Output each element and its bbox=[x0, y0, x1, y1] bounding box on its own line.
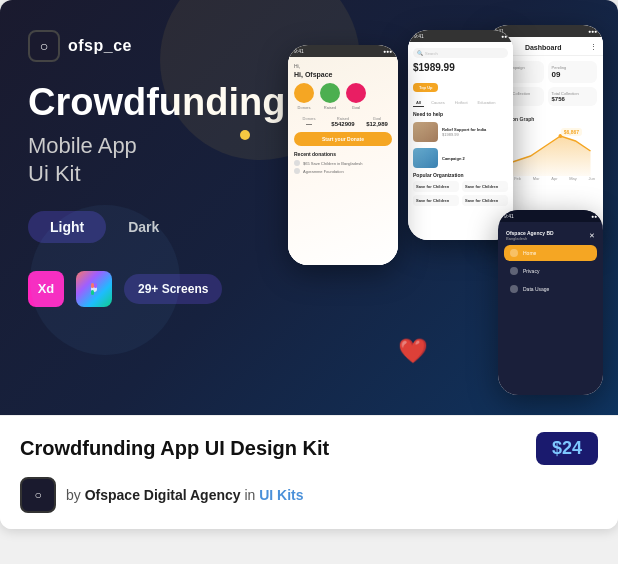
campaign-info-2: Campaign 2 bbox=[442, 156, 508, 161]
hero-headline: Crowdfunding bbox=[28, 82, 248, 124]
phone-topup-button[interactable]: Top Up bbox=[413, 83, 438, 92]
goal-icon bbox=[346, 83, 366, 103]
phone-main-content: Hi, Hi, Ofspace Donors Raised bbox=[288, 57, 398, 265]
campaign-img-1 bbox=[413, 122, 438, 142]
recent-text-2: Agoramme Foundation bbox=[303, 169, 344, 174]
org-name-1: Save for Children bbox=[416, 184, 456, 189]
privacy-nav-icon bbox=[510, 267, 518, 275]
phone-dark-signal: ●● bbox=[591, 213, 597, 219]
screens-badge: 29+ Screens bbox=[124, 274, 222, 304]
dark-nav-data[interactable]: Data Usage bbox=[504, 281, 597, 297]
dark-toggle-button[interactable]: Dark bbox=[106, 211, 181, 243]
brand-name: ofsp_ce bbox=[68, 37, 132, 55]
phone-main-screen: 9:41 ●●● Hi, Hi, Ofspace Donors bbox=[288, 45, 398, 265]
phone-time: 9:41 bbox=[294, 48, 304, 54]
graph-label-3: Mar bbox=[533, 176, 540, 181]
campaign-item-2: Campaign 2 bbox=[408, 146, 513, 170]
org-name-2: Save for Children bbox=[465, 184, 505, 189]
donors-label: Donors bbox=[298, 105, 311, 110]
phone-dark-nav: Home Privacy Data Usage bbox=[498, 245, 603, 395]
hero-section: ○ ofsp_ce Crowdfunding Mobile App Ui Kit… bbox=[0, 0, 618, 415]
org-item-2: Save for Children bbox=[462, 181, 508, 192]
recent-text-1: $65 Save Children in Bangladesh bbox=[303, 161, 362, 166]
stat-goal-value: $12,989 bbox=[362, 121, 392, 127]
stat-raised-value: $542909 bbox=[328, 121, 358, 127]
raised-label: Raised bbox=[324, 105, 336, 110]
need-help-title: Need to help bbox=[408, 111, 513, 117]
campaign-name-2: Campaign 2 bbox=[442, 156, 508, 161]
recent-dot-2 bbox=[294, 168, 300, 174]
phone-stat-goal: Goal $12,989 bbox=[362, 116, 392, 127]
phone-dark-header: Ofspace Agency BD Bangladesh ✕ bbox=[498, 222, 603, 245]
hero-subheadline: Mobile App Ui Kit bbox=[28, 132, 248, 189]
dark-close-icon[interactable]: ✕ bbox=[589, 232, 595, 240]
figma-icon bbox=[86, 281, 102, 297]
svg-rect-1 bbox=[91, 283, 94, 288]
phone-right-time: 9:41 bbox=[414, 33, 424, 39]
org-name-4: Save for Children bbox=[465, 198, 505, 203]
dash-stat-4: Total Collection $756 bbox=[548, 87, 598, 106]
tab-education[interactable]: Education bbox=[475, 99, 499, 107]
data-nav-icon bbox=[510, 285, 518, 293]
tab-all[interactable]: All bbox=[413, 99, 424, 107]
phone-stat-donors: Donors — bbox=[294, 116, 324, 127]
phone-status-bar: 9:41 ●●● bbox=[288, 45, 398, 57]
phone-avatar-raised: Raised bbox=[320, 83, 340, 110]
stat-donors-value: — bbox=[294, 121, 324, 127]
goal-label: Goal bbox=[352, 105, 360, 110]
recent-dot-1 bbox=[294, 160, 300, 166]
tab-causes[interactable]: Causes bbox=[428, 99, 448, 107]
dash-stat-2: Pending 09 bbox=[548, 61, 598, 83]
phone-recent-item-2: Agoramme Foundation bbox=[294, 168, 392, 174]
phone-right-status: 9:41 ●● bbox=[408, 30, 513, 42]
bottom-title-row: Crowdfunding App UI Design Kit $24 bbox=[20, 432, 598, 465]
phone-stat-raised: Raised $542909 bbox=[328, 116, 358, 127]
raised-icon bbox=[320, 83, 340, 103]
dash-menu-icon: ⋮ bbox=[590, 43, 597, 51]
org-grid: Save for Children Save for Children Save… bbox=[408, 181, 513, 206]
dashboard-title: Dashboard bbox=[525, 44, 562, 51]
graph-label-4: Apr bbox=[551, 176, 557, 181]
price-badge: $24 bbox=[536, 432, 598, 465]
phone-greeting-name: Hi, Ofspace bbox=[294, 71, 392, 78]
dash-value-2: 09 bbox=[552, 70, 594, 79]
phone-donate-button[interactable]: Start your Donate bbox=[294, 132, 392, 146]
dark-logo-area: Ofspace Agency BD Bangladesh bbox=[506, 230, 554, 241]
phone-tabs: All Causes Hotfoot Education bbox=[408, 99, 513, 107]
dash-value-4: $756 bbox=[552, 96, 594, 102]
author-name[interactable]: Ofspace Digital Agency bbox=[85, 487, 241, 503]
phone-mockup-dark: 9:41 ●● Ofspace Agency BD Bangladesh ✕ bbox=[498, 210, 603, 395]
dark-nav-home[interactable]: Home bbox=[504, 245, 597, 261]
phone-recent-item-1: $65 Save Children in Bangladesh bbox=[294, 160, 392, 166]
author-category[interactable]: UI Kits bbox=[259, 487, 303, 503]
phone-avatar-goal: Goal bbox=[346, 83, 366, 110]
phone-avatar-row: Donors Raised Goal bbox=[294, 83, 392, 110]
light-toggle-button[interactable]: Light bbox=[28, 211, 106, 243]
phone-right-signal: ●● bbox=[501, 33, 507, 39]
phone-dash-signal: ●●● bbox=[588, 28, 597, 34]
svg-rect-3 bbox=[91, 290, 94, 295]
graph-peak-label: $6,867 bbox=[561, 128, 582, 136]
author-avatar: ○ bbox=[20, 477, 56, 513]
svg-rect-2 bbox=[94, 283, 97, 288]
phone-mockup-main: 9:41 ●●● Hi, Hi, Ofspace Donors bbox=[288, 45, 398, 265]
dark-nav-privacy[interactable]: Privacy bbox=[504, 263, 597, 279]
figma-badge bbox=[76, 271, 112, 307]
phone-avatar-donors: Donors bbox=[294, 83, 314, 110]
author-text: by Ofspace Digital Agency in UI Kits bbox=[66, 487, 304, 503]
phone-right-header: 🔍 Search $1989.99 Top Up bbox=[408, 42, 513, 99]
donors-icon bbox=[294, 83, 314, 103]
campaign-item-1: Relief Support for India $1989.99 bbox=[408, 120, 513, 144]
phone-recent-title: Recent donations bbox=[294, 151, 392, 157]
tab-hotfoot[interactable]: Hotfoot bbox=[452, 99, 471, 107]
graph-label-2: Feb bbox=[514, 176, 521, 181]
privacy-nav-label: Privacy bbox=[523, 268, 539, 274]
phone-dark-status: 9:41 ●● bbox=[498, 210, 603, 222]
org-name-3: Save for Children bbox=[416, 198, 456, 203]
campaign-amount-1: $1989.99 bbox=[442, 132, 508, 137]
home-nav-icon bbox=[510, 249, 518, 257]
phone-amount: $1989.99 bbox=[413, 62, 508, 73]
xd-badge: Xd bbox=[28, 271, 64, 307]
dark-subtitle: Bangladesh bbox=[506, 236, 554, 241]
search-icon: 🔍 bbox=[417, 50, 423, 56]
